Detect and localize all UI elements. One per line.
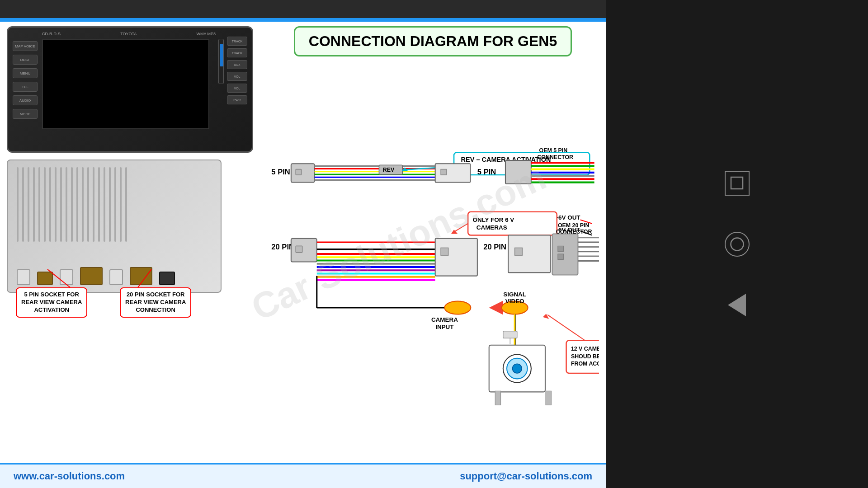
5pin-mid-connector <box>435 164 471 182</box>
track-up-btn: TRACK <box>227 37 247 46</box>
camera-connector-plug <box>503 331 517 338</box>
rev-text: REV <box>383 167 395 173</box>
vol-down-btn: VOL <box>227 84 247 93</box>
footer-email: support@car-solutions.com <box>460 470 592 482</box>
head-unit-screen <box>42 39 209 129</box>
five-pin-label-area: 5 PIN SOCKET FOR REAR VIEW CAMERA ACTIVA… <box>16 287 87 318</box>
right-panel: CONNECTION DIAGRAM FOR GEN5 5 PIN <box>267 26 599 459</box>
cam12v-text2: SHOUD BE POWERED <box>571 353 599 360</box>
diagram-area: Car Solutions.com MAP VOICE DEST MENU TE… <box>0 22 606 463</box>
head-unit-buttons-left: MAP VOICE DEST MENU TEL AUDIO MODE <box>13 41 38 119</box>
oem20-connector <box>552 234 578 275</box>
model-label: CD-R-D-S <box>42 32 61 36</box>
20pin-left-connector <box>291 239 317 262</box>
plus6v-label: +6V OUT <box>555 214 580 221</box>
5pin-left-connector <box>291 164 315 182</box>
20pin-left-hole <box>296 246 302 252</box>
oem5-connector <box>505 160 531 184</box>
oem5-label1: OEM 5 PIN <box>539 147 567 154</box>
camera-connector-left <box>444 301 471 314</box>
menu-btn: MENU <box>13 68 38 78</box>
oem20-label1: OEM 20 PIN <box>558 222 590 229</box>
back-unit-vents <box>17 167 212 260</box>
dest-btn: DEST <box>13 55 38 65</box>
20pin-right-label: 20 PIN <box>483 243 506 251</box>
camera-input-label2: INPUT <box>435 324 454 330</box>
nav-back-icon[interactable] <box>725 293 750 318</box>
mount-leg-right <box>546 391 551 405</box>
track-down-btn: TRACK <box>227 48 247 57</box>
circle-icon-svg <box>729 236 745 252</box>
brand-label: TOYOTA <box>120 32 137 36</box>
back-triangle-icon <box>728 294 746 316</box>
svg-line-0 <box>47 269 70 287</box>
only6v-text1: ONLY FOR 6 V <box>472 216 514 223</box>
svg-rect-42 <box>731 177 743 189</box>
back-unit-area: 5 PIN SOCKET FOR REAR VIEW CAMERA ACTIVA… <box>7 160 260 327</box>
head-unit: MAP VOICE DEST MENU TEL AUDIO MODE CD-R-… <box>7 26 253 153</box>
aux-btn: AUX <box>227 60 247 69</box>
svg-point-43 <box>731 238 743 250</box>
only6v-box <box>468 212 557 235</box>
5pin-right-label: 5 PIN <box>477 168 496 176</box>
only6v-text2: CAMERAS <box>476 224 507 231</box>
20pin-mid-hole <box>441 248 448 256</box>
svg-line-1 <box>138 269 151 287</box>
oem20-hole2 <box>558 254 563 259</box>
nav-square-icon[interactable] <box>725 171 750 196</box>
svg-line-41 <box>547 315 585 341</box>
wiring-svg: 5 PIN REV <box>267 63 599 459</box>
cam12v-text3: FROM ACC LINE <box>571 361 599 367</box>
volume-slider <box>218 39 224 84</box>
twenty-pin-socket-label: 20 PIN SOCKET FOR REAR VIEW CAMERA CONNE… <box>120 287 191 318</box>
main-content: Car Solutions.com MAP VOICE DEST MENU TE… <box>0 0 606 488</box>
wiring-diagram: 5 PIN REV <box>267 63 599 459</box>
svg-line-18 <box>454 224 468 232</box>
5pin-left-hole <box>296 169 301 175</box>
left-panel: MAP VOICE DEST MENU TEL AUDIO MODE CD-R-… <box>7 26 260 459</box>
camera-lens-core <box>512 364 522 373</box>
connector-white-1 <box>17 269 30 285</box>
mount-leg-left <box>495 391 500 405</box>
twenty-pin-label-area: 20 PIN SOCKET FOR REAR VIEW CAMERA CONNE… <box>120 287 191 318</box>
five-pin-socket-label: 5 PIN SOCKET FOR REAR VIEW CAMERA ACTIVA… <box>16 287 87 318</box>
footer: www.car-solutions.com support@car-soluti… <box>0 463 606 488</box>
oem20-label2: CONNECTOR <box>556 229 592 235</box>
oem5-label2: CONNECTOR <box>537 154 573 160</box>
footer-website: www.car-solutions.com <box>14 470 125 482</box>
square-icon-svg <box>730 176 744 190</box>
oem20-mid-hole <box>515 248 523 256</box>
oem20-hole1 <box>558 246 563 251</box>
tel-btn: TEL <box>13 82 38 92</box>
camera-input-label1: CAMERA <box>431 316 458 323</box>
map-voice-btn: MAP VOICE <box>13 41 38 51</box>
wma-label: WMA MP3 <box>196 32 216 36</box>
5pin-left-label: 5 PIN <box>271 168 290 176</box>
right-nav <box>606 0 868 488</box>
top-bar <box>0 0 606 18</box>
20pin-mid-connector <box>435 239 477 276</box>
head-unit-right: TRACK TRACK AUX VOL VOL PWR <box>227 37 247 104</box>
5pin-mid-hole <box>441 169 446 175</box>
vol-up-btn: VOL <box>227 72 247 81</box>
head-unit-top: CD-R-D-S TOYOTA WMA MP3 <box>42 30 216 38</box>
red-arrow <box>489 300 503 314</box>
connection-title: CONNECTION DIAGRAM FOR GEN5 <box>294 26 572 56</box>
video-signal-label2: SIGNAL <box>503 291 526 298</box>
mode-btn: MODE <box>13 109 38 119</box>
blue-stripe <box>0 18 606 22</box>
audio-btn: AUDIO <box>13 95 38 105</box>
nav-circle-icon[interactable] <box>725 232 750 257</box>
cam12v-text1: 12 V CAMERAS <box>571 346 599 352</box>
slider-bar <box>220 44 223 66</box>
pwr-btn: PWR <box>227 95 247 104</box>
video-signal-label1: VIDEO <box>505 298 524 305</box>
